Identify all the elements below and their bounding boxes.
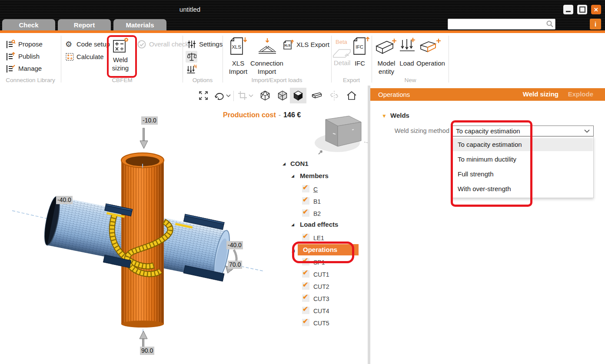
dropdown-option-full[interactable]: Full strength <box>453 168 593 181</box>
load-new-label: Load <box>396 59 417 67</box>
checkbox-member-b1[interactable]: ✔ <box>302 197 309 205</box>
calculator-icon <box>65 56 75 63</box>
checkbox-sp1[interactable]: ✔ <box>302 258 309 265</box>
manage-button[interactable]: Manage <box>5 64 16 75</box>
close-icon: ✕ <box>594 7 598 13</box>
tree-item-le1[interactable]: LE1 <box>313 235 324 242</box>
tree-item-cut5[interactable]: CUT5 <box>313 320 329 327</box>
group-label-import-export: Import/Export loads <box>223 77 331 83</box>
loads-percent-icon: % <box>186 69 197 76</box>
xls-export-button[interactable]: XLS XLS Export <box>283 39 294 52</box>
panel-tab-explode[interactable]: Explode <box>568 90 593 98</box>
checkbox-member-b2[interactable]: ✔ <box>302 209 309 217</box>
svg-text:%: % <box>194 64 197 69</box>
weld-sizing-method-dropdown: To capacity estimation To minimum ductil… <box>452 136 594 198</box>
search-box <box>448 19 555 30</box>
settings-button[interactable]: Settings <box>187 40 196 51</box>
model-entity-icon <box>375 38 398 59</box>
load-label-right: -40.0 <box>226 241 243 249</box>
search-input[interactable] <box>450 20 545 29</box>
navigation-cube[interactable] <box>315 116 368 154</box>
expand-triangle-icon[interactable]: ◢ <box>291 222 294 227</box>
publish-button[interactable]: Publish <box>5 52 16 63</box>
check-icon: ✔ <box>302 232 308 240</box>
overall-check-button[interactable]: Overall check <box>137 40 146 51</box>
check-icon: ✔ <box>302 256 308 265</box>
ifc-icon: IFC <box>352 51 370 59</box>
panel-header: Operations Weld sizing Explode <box>370 88 605 101</box>
tree-item-b1[interactable]: B1 <box>313 198 321 205</box>
close-button[interactable]: ✕ <box>591 5 601 14</box>
tree-node-members[interactable]: Members <box>300 172 329 179</box>
chevron-down-icon <box>584 129 590 133</box>
svg-text:XLS: XLS <box>284 43 291 47</box>
expand-triangle-icon[interactable]: ◢ <box>292 248 295 253</box>
check-icon: ✔ <box>302 293 308 301</box>
tree-item-cut2[interactable]: CUT2 <box>313 283 329 290</box>
dropdown-option-over[interactable]: With over-strength <box>453 182 593 195</box>
select-value: To capacity estimation <box>456 127 520 135</box>
maximize-button[interactable] <box>577 5 587 14</box>
info-button[interactable]: i <box>590 19 601 30</box>
tree-item-cut1[interactable]: CUT1 <box>313 271 329 278</box>
section-welds-label: Welds <box>390 112 409 119</box>
ifc-label: IFC <box>352 59 368 67</box>
manage-icon <box>5 67 16 75</box>
tree-item-c[interactable]: C <box>313 186 318 193</box>
search-icon <box>546 20 554 30</box>
checkbox-cut5[interactable]: ✔ <box>302 319 309 326</box>
tab-check[interactable]: Check <box>2 19 55 31</box>
calculate-button[interactable]: Calculate <box>65 52 75 63</box>
panel-tab-weld-sizing[interactable]: Weld sizing <box>523 90 558 98</box>
tree-node-con1[interactable]: CON1 <box>290 160 309 167</box>
tree-node-operations-label: Operations <box>303 246 359 253</box>
tree-node-operations-selected[interactable]: Operations <box>298 244 359 255</box>
section-collapse-triangle-icon[interactable]: ▼ <box>382 113 387 119</box>
window-title: untitled <box>164 6 216 13</box>
checkbox-le1[interactable]: ✔ <box>302 234 309 241</box>
checkbox-member-c[interactable]: ✔ <box>302 185 309 192</box>
tree-item-cut4[interactable]: CUT4 <box>313 308 329 314</box>
expand-triangle-icon[interactable]: ◢ <box>283 162 286 166</box>
code-setup-button[interactable]: ⚙ Code setup <box>65 40 72 49</box>
load-label-left: -40.0 <box>56 196 73 204</box>
panel-title: Operations <box>378 91 410 98</box>
checkbox-cut2[interactable]: ✔ <box>302 282 309 290</box>
dropdown-option-capacity[interactable]: To capacity estimation <box>453 138 593 151</box>
propose-button[interactable]: Propose <box>5 40 16 51</box>
xls-import-label: XLS Import <box>224 59 252 76</box>
detail-icon <box>332 52 352 60</box>
tab-materials[interactable]: Materials <box>113 19 166 31</box>
dropdown-option-ductility[interactable]: To minimum ductility <box>453 153 593 166</box>
propose-icon <box>5 43 16 50</box>
minimize-button[interactable] <box>563 5 573 14</box>
scales-button[interactable] <box>187 52 196 64</box>
expand-triangle-icon[interactable]: ◢ <box>291 174 294 178</box>
group-label-new: New <box>372 77 449 83</box>
weld-sizing-icon <box>112 37 129 56</box>
minimize-icon <box>566 11 571 12</box>
checkbox-cut3[interactable]: ✔ <box>302 295 309 302</box>
xls-import-icon: XLS <box>229 36 248 59</box>
tree-item-cut3[interactable]: CUT3 <box>313 295 329 302</box>
detail-export-button[interactable]: Detail <box>332 44 352 60</box>
tree-item-sp1[interactable]: SP1 <box>313 259 325 266</box>
ribbon: Propose Publish Manage Connection Librar… <box>0 33 605 86</box>
group-label-options: Options <box>183 77 223 83</box>
scales-icon <box>187 56 196 63</box>
tree-item-b2[interactable]: B2 <box>313 210 321 217</box>
settings-sliders-icon <box>187 43 196 50</box>
weld-sizing-method-label: Weld sizing method <box>388 127 449 134</box>
ifc-export-button[interactable]: IFC IFC <box>352 36 370 59</box>
connection-import-icon <box>256 37 278 59</box>
connection-import-label: Connection Import <box>249 59 285 76</box>
weld-sizing-method-select[interactable]: To capacity estimation <box>452 126 594 136</box>
maximize-icon <box>579 7 585 13</box>
xls-export-icon: XLS <box>283 44 294 52</box>
checkbox-cut4[interactable]: ✔ <box>302 307 309 314</box>
loads-percent-button[interactable]: % <box>186 64 197 76</box>
checkbox-cut1[interactable]: ✔ <box>302 270 309 278</box>
svg-text:XLS: XLS <box>232 44 241 50</box>
tab-report[interactable]: Report <box>58 19 111 31</box>
tree-node-load-effects[interactable]: Load effects <box>300 221 338 228</box>
